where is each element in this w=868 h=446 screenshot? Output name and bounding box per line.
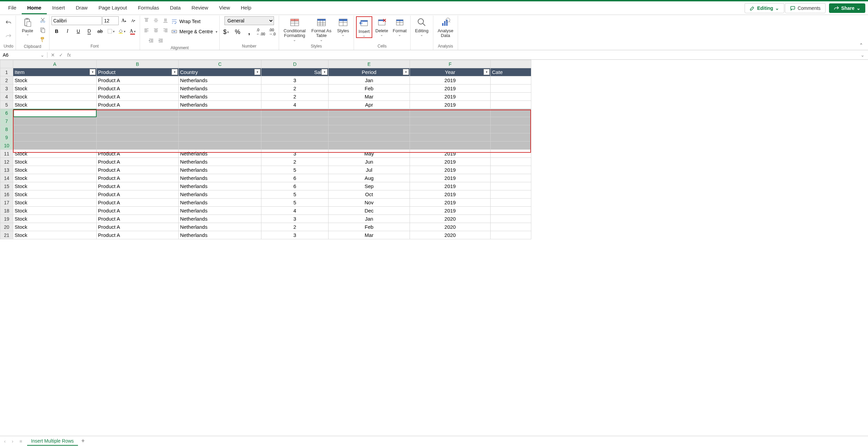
column-header[interactable]: C: [179, 60, 261, 68]
cell[interactable]: [491, 125, 531, 133]
cell[interactable]: 2019: [410, 199, 491, 207]
column-header[interactable]: B: [97, 60, 179, 68]
fx-button[interactable]: fx: [67, 52, 71, 58]
prev-sheet-button[interactable]: ‹: [3, 439, 7, 444]
row-header[interactable]: 7: [0, 117, 13, 125]
cell[interactable]: Product A: [97, 150, 179, 158]
cell[interactable]: [261, 125, 329, 133]
cell[interactable]: 2019: [410, 85, 491, 93]
cell[interactable]: Stock: [13, 85, 97, 93]
cell[interactable]: 2020: [410, 223, 491, 231]
table-header-cell[interactable]: Product▾: [97, 68, 179, 76]
align-middle-button[interactable]: [152, 16, 160, 24]
cell[interactable]: Netherlands: [179, 199, 261, 207]
cell[interactable]: 2: [261, 85, 329, 93]
all-sheets-button[interactable]: ≡: [18, 439, 23, 444]
cell[interactable]: Stock: [13, 150, 97, 158]
strikethrough-button[interactable]: ab: [96, 27, 104, 35]
cell[interactable]: Stock: [13, 101, 97, 109]
cell[interactable]: Product A: [97, 76, 179, 85]
cell[interactable]: [491, 215, 531, 223]
cell[interactable]: 2020: [410, 215, 491, 223]
cell[interactable]: 2: [261, 93, 329, 101]
cell[interactable]: Stock: [13, 93, 97, 101]
font-name-select[interactable]: [52, 16, 102, 25]
currency-button[interactable]: $: [222, 28, 231, 36]
increase-font-button[interactable]: A▴: [119, 17, 128, 25]
spreadsheet-grid[interactable]: ABCDEF1Item▾Product▾Country▾Sales▾Period…: [0, 60, 531, 239]
cell[interactable]: Product A: [97, 158, 179, 166]
cell[interactable]: 3: [261, 76, 329, 85]
cell[interactable]: 5: [261, 190, 329, 199]
cell[interactable]: Product A: [97, 166, 179, 174]
percent-button[interactable]: %: [233, 28, 242, 36]
cell[interactable]: [410, 109, 491, 117]
column-header[interactable]: [491, 60, 531, 68]
cell[interactable]: 2019: [410, 207, 491, 215]
row-header[interactable]: 13: [0, 166, 13, 174]
row-header[interactable]: 19: [0, 215, 13, 223]
enter-formula-button[interactable]: ✓: [59, 52, 63, 58]
cell[interactable]: Product A: [97, 182, 179, 190]
cell[interactable]: Product A: [97, 199, 179, 207]
row-header[interactable]: 16: [0, 190, 13, 199]
cell[interactable]: Netherlands: [179, 158, 261, 166]
menubar-item-file[interactable]: File: [3, 2, 22, 14]
underline-button[interactable]: U: [74, 27, 83, 35]
cell[interactable]: Netherlands: [179, 174, 261, 182]
cell[interactable]: [491, 158, 531, 166]
menubar-item-view[interactable]: View: [214, 2, 235, 14]
cell[interactable]: 5: [261, 166, 329, 174]
cell[interactable]: Stock: [13, 199, 97, 207]
font-color-button[interactable]: A: [128, 27, 137, 35]
cell[interactable]: [179, 125, 261, 133]
cell[interactable]: [13, 109, 97, 117]
cell[interactable]: Jan: [329, 215, 410, 223]
cell[interactable]: Stock: [13, 223, 97, 231]
cell[interactable]: Netherlands: [179, 231, 261, 239]
cell[interactable]: Netherlands: [179, 190, 261, 199]
copy-button[interactable]: [38, 26, 47, 34]
menubar-item-review[interactable]: Review: [186, 2, 214, 14]
cell[interactable]: [13, 117, 97, 125]
comments-button[interactable]: Comments: [785, 3, 826, 13]
cell[interactable]: [329, 117, 410, 125]
cell[interactable]: Product A: [97, 174, 179, 182]
cell[interactable]: [491, 76, 531, 85]
cell[interactable]: Stock: [13, 174, 97, 182]
cell[interactable]: [261, 117, 329, 125]
share-button[interactable]: Share ⌄: [829, 3, 865, 13]
cell[interactable]: [410, 117, 491, 125]
cancel-formula-button[interactable]: ✕: [51, 52, 55, 58]
row-header[interactable]: 5: [0, 101, 13, 109]
cell[interactable]: Product A: [97, 93, 179, 101]
cell[interactable]: 2019: [410, 190, 491, 199]
cut-button[interactable]: [38, 16, 47, 24]
row-header[interactable]: 9: [0, 133, 13, 142]
column-header[interactable]: A: [13, 60, 97, 68]
menubar-item-draw[interactable]: Draw: [70, 2, 93, 14]
filter-button[interactable]: ▾: [90, 69, 96, 75]
cell[interactable]: Feb: [329, 85, 410, 93]
sheet-tab[interactable]: Insert Multiple Rows: [27, 437, 78, 446]
cell[interactable]: 2019: [410, 174, 491, 182]
cell[interactable]: Stock: [13, 158, 97, 166]
cell[interactable]: Apr: [329, 101, 410, 109]
cell[interactable]: Sep: [329, 182, 410, 190]
cell[interactable]: [329, 133, 410, 142]
cell[interactable]: [491, 207, 531, 215]
cell[interactable]: Stock: [13, 182, 97, 190]
row-header[interactable]: 3: [0, 85, 13, 93]
row-header[interactable]: 6: [0, 109, 13, 117]
cell[interactable]: Mar: [329, 231, 410, 239]
cell[interactable]: Stock: [13, 207, 97, 215]
filter-button[interactable]: ▾: [403, 69, 409, 75]
cell[interactable]: [329, 125, 410, 133]
row-header[interactable]: 10: [0, 142, 13, 150]
cell[interactable]: Jul: [329, 166, 410, 174]
column-header[interactable]: D: [261, 60, 329, 68]
row-header[interactable]: 8: [0, 125, 13, 133]
cell[interactable]: [491, 231, 531, 239]
select-all-corner[interactable]: [0, 60, 13, 68]
cell[interactable]: [13, 142, 97, 150]
